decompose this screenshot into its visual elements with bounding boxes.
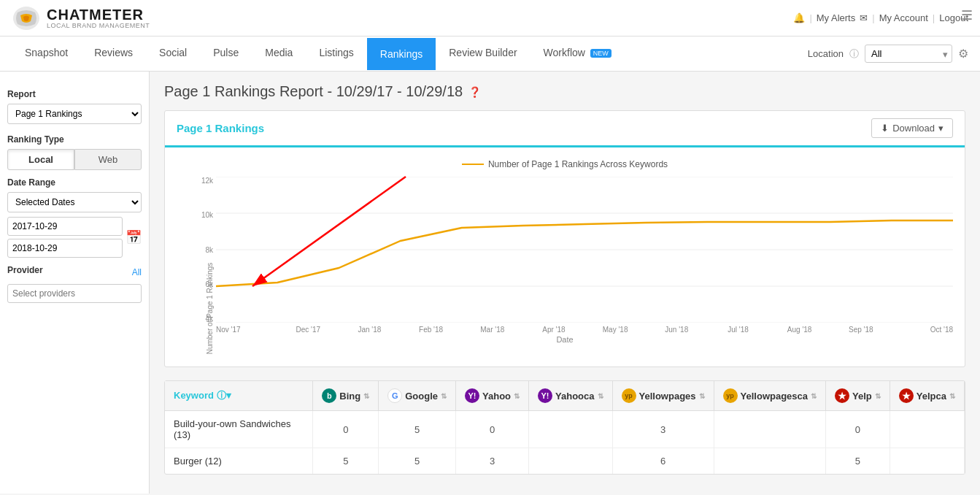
data-table: Keyword ⓘ▾ b Bing ⇅ xyxy=(165,381,965,474)
ypca-logo: yp xyxy=(723,388,738,403)
x-label-2: Jan '18 xyxy=(339,326,400,334)
report-select[interactable]: Page 1 Rankings xyxy=(7,104,142,124)
google-label: Google xyxy=(405,391,438,402)
x-label-0: Nov '17 xyxy=(216,326,277,334)
nav-snapshot[interactable]: Snapshot xyxy=(12,37,81,71)
yahooca-label: Yahooca xyxy=(555,391,594,402)
th-yp: yp Yellowpages ⇅ xyxy=(612,381,714,411)
nav-listings[interactable]: Listings xyxy=(306,37,366,71)
row2-google: 5 xyxy=(379,448,456,475)
location-select[interactable]: All xyxy=(865,45,952,63)
row2-yelpca xyxy=(890,448,964,475)
app-name: CHATMETER xyxy=(47,7,150,23)
x-label-11: Oct '18 xyxy=(892,326,953,334)
row1-yelpca xyxy=(890,411,964,448)
ypca-label: Yellowpagesca xyxy=(741,391,809,402)
logo: CHATMETER LOCAL BRAND MANAGEMENT xyxy=(12,5,150,31)
nav-pulse[interactable]: Pulse xyxy=(200,37,252,71)
legend-label: Number of Page 1 Rankings Across Keyword… xyxy=(488,159,668,169)
bing-logo: b xyxy=(322,388,336,403)
my-alerts-link[interactable]: My Alerts xyxy=(817,12,855,23)
page-help-icon[interactable]: ❓ xyxy=(468,86,481,98)
yp-logo: yp xyxy=(622,388,636,403)
nav-bar: Snapshot Reviews Social Pulse Media List… xyxy=(0,37,980,72)
chart-svg xyxy=(216,177,953,323)
th-yahooca: Y! Yahooca ⇅ xyxy=(529,381,612,411)
row2-ypca xyxy=(714,448,826,475)
nav-reviews[interactable]: Reviews xyxy=(81,37,146,71)
yahoo-sort[interactable]: ⇅ xyxy=(514,392,520,400)
date-range-select[interactable]: Selected Dates xyxy=(7,192,142,212)
yelpca-sort[interactable]: ⇅ xyxy=(949,392,955,400)
chart-container: Number of Page 1 Rankings 12k 10k 8k 6k … xyxy=(177,177,953,323)
row1-ypca xyxy=(714,411,826,448)
date-from-input[interactable] xyxy=(7,217,123,236)
provider-header: Provider All xyxy=(7,265,142,280)
row2-yp: 6 xyxy=(612,448,714,475)
ranking-local-btn[interactable]: Local xyxy=(7,149,74,170)
provider-label: Provider xyxy=(7,265,43,275)
y-axis-label-container: Number of Page 1 Rankings xyxy=(177,177,191,323)
x-label-8: Jul '18 xyxy=(707,326,768,334)
bing-sort[interactable]: ⇅ xyxy=(363,392,369,400)
rankings-card: Page 1 Rankings ☰ ⬇ Download ▾ Number of… xyxy=(164,110,965,367)
row1-yahooca xyxy=(529,411,612,448)
th-google: G Google ⇅ xyxy=(379,381,456,411)
th-yelpca: ★ Yelpca ⇅ xyxy=(890,381,964,411)
x-label-10: Sep '18 xyxy=(830,326,892,334)
y-axis-label: Number of Page 1 Rankings xyxy=(206,254,214,364)
y-label-8k: 8k xyxy=(205,246,213,254)
row1-yahoo: 0 xyxy=(456,411,529,448)
date-to-input[interactable] xyxy=(7,239,123,258)
nav-right: Location ⓘ All ⚙ xyxy=(808,45,968,63)
x-label-7: Jun '18 xyxy=(646,326,707,334)
main-inner: Page 1 Rankings Report - 10/29/17 - 10/2… xyxy=(150,72,980,486)
yp-sort[interactable]: ⇅ xyxy=(699,392,705,400)
nav-review-builder[interactable]: Review Builder xyxy=(436,37,530,71)
top-right: 🔔 | My Alerts ✉ | My Account | Logout xyxy=(793,12,968,23)
gear-icon[interactable]: ⚙ xyxy=(958,47,968,61)
card-title: Page 1 Rankings xyxy=(177,122,264,134)
keyword-col-label[interactable]: Keyword ⓘ▾ xyxy=(174,390,231,401)
x-label-5: Apr '18 xyxy=(523,326,584,334)
x-label-9: Aug '18 xyxy=(769,326,830,334)
table-card: Keyword ⓘ▾ b Bing ⇅ xyxy=(164,380,965,475)
date-input-col xyxy=(7,217,123,258)
row2-keyword: Burger (12) xyxy=(165,448,313,475)
th-ypca: yp Yellowpagesca ⇅ xyxy=(714,381,826,411)
yahoo-label: Yahoo xyxy=(482,391,511,402)
date-inputs: 📅 xyxy=(7,217,142,258)
my-account-link[interactable]: My Account xyxy=(879,12,928,23)
provider-select[interactable] xyxy=(7,284,142,303)
x-label-4: Mar '18 xyxy=(462,326,523,334)
bing-label: Bing xyxy=(339,391,360,402)
chart-legend: Number of Page 1 Rankings Across Keyword… xyxy=(177,159,953,169)
yelp-logo: ★ xyxy=(835,388,849,403)
yelp-sort[interactable]: ⇅ xyxy=(875,392,881,400)
date-range-label: Date Range xyxy=(7,177,142,188)
ranking-type-label: Ranking Type xyxy=(7,134,142,145)
ranking-type-row: Local Web xyxy=(7,149,142,170)
nav-social[interactable]: Social xyxy=(146,37,200,71)
ypca-sort[interactable]: ⇅ xyxy=(811,392,817,400)
yahooca-logo: Y! xyxy=(538,388,552,403)
yahooca-sort[interactable]: ⇅ xyxy=(598,392,603,400)
main: Page 1 Rankings Report - 10/29/17 - 10/2… xyxy=(150,72,980,494)
y-label-10k: 10k xyxy=(201,211,213,219)
row2-yelp: 5 xyxy=(826,448,890,475)
ranking-web-btn[interactable]: Web xyxy=(74,149,142,170)
download-button[interactable]: ⬇ Download ▾ xyxy=(871,118,953,138)
card-header: Page 1 Rankings ☰ ⬇ Download ▾ xyxy=(165,111,965,147)
x-labels: Nov '17 Dec '17 Jan '18 Feb '18 Mar '18 … xyxy=(177,326,953,334)
provider-all-link[interactable]: All xyxy=(132,267,142,277)
calendar-icon[interactable]: 📅 xyxy=(126,229,142,245)
row2-yahooca xyxy=(529,448,612,475)
nav-media[interactable]: Media xyxy=(252,37,306,71)
google-sort[interactable]: ⇅ xyxy=(441,392,447,400)
table-row: Burger (12) 5 5 3 6 5 xyxy=(165,448,965,475)
sidebar: Report Page 1 Rankings Ranking Type Loca… xyxy=(0,72,150,494)
nav-rankings[interactable]: Rankings xyxy=(367,38,436,70)
nav-workflow[interactable]: Workflow NEW xyxy=(530,37,625,71)
th-bing: b Bing ⇅ xyxy=(313,381,379,411)
yp-label: Yellowpages xyxy=(639,391,696,402)
